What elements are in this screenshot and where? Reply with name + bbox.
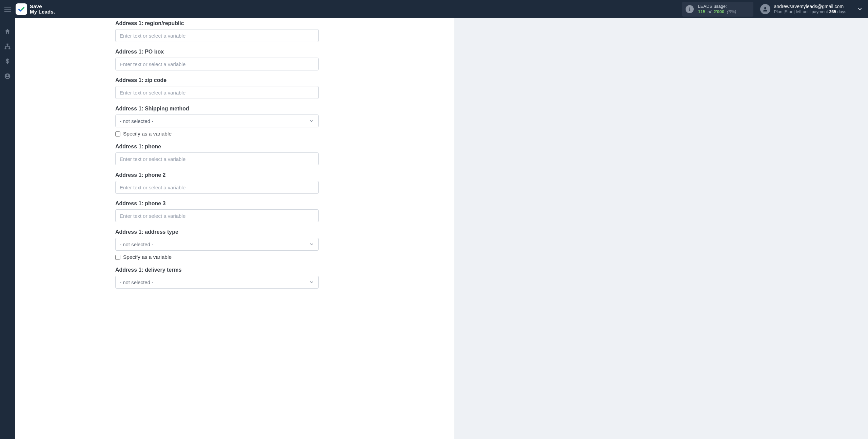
- specify-variable-label: Specify as a variable: [123, 131, 172, 137]
- select-addrtype[interactable]: - not selected -: [115, 238, 319, 251]
- field-phone3: Address 1: phone 3: [15, 201, 454, 222]
- input-phone3-text[interactable]: [120, 210, 314, 222]
- svg-rect-3: [8, 48, 10, 49]
- leads-usage-text: LEADS usage: 115 of 2'000 (6%): [698, 4, 736, 15]
- account-dropdown-toggle[interactable]: [856, 6, 863, 13]
- page-scroll[interactable]: Address 1: region/republic Address 1: PO…: [15, 18, 868, 439]
- menu-toggle-button[interactable]: [3, 4, 13, 14]
- input-phone[interactable]: [115, 152, 319, 165]
- account-plan: Plan |Start| left until payment 365 days: [774, 9, 846, 15]
- brand-line2: My Leads.: [30, 9, 55, 15]
- input-zip-text[interactable]: [120, 86, 314, 99]
- label-phone2: Address 1: phone 2: [115, 172, 354, 178]
- label-delivery: Address 1: delivery terms: [115, 267, 354, 273]
- account-email: andrewsavemyleads@gmail.com: [774, 4, 846, 9]
- address-form: Address 1: region/republic Address 1: PO…: [15, 18, 454, 289]
- field-pobox: Address 1: PO box: [15, 49, 454, 70]
- label-region: Address 1: region/republic: [115, 20, 354, 26]
- nav-connections[interactable]: [4, 43, 11, 50]
- field-addrtype: Address 1: address type - not selected -…: [15, 229, 454, 260]
- leads-of: of: [708, 9, 711, 14]
- app-logo: [16, 3, 27, 15]
- plan-days-suffix: days: [836, 9, 846, 14]
- label-zip: Address 1: zip code: [115, 77, 354, 83]
- svg-rect-2: [5, 48, 6, 49]
- input-region-text[interactable]: [120, 29, 314, 42]
- field-delivery: Address 1: delivery terms - not selected…: [15, 267, 454, 289]
- leads-total-count: 2'000: [713, 9, 724, 14]
- account-text: andrewsavemyleads@gmail.com Plan |Start|…: [774, 4, 846, 15]
- label-addrtype: Address 1: address type: [115, 229, 354, 235]
- svg-rect-1: [7, 44, 8, 45]
- specify-variable-addrtype[interactable]: Specify as a variable: [115, 254, 354, 260]
- leads-used-count: 115: [698, 9, 705, 14]
- select-shipping-value: - not selected -: [120, 118, 153, 124]
- input-phone2[interactable]: [115, 181, 319, 194]
- label-shipping: Address 1: Shipping method: [115, 106, 354, 112]
- field-zip: Address 1: zip code: [15, 77, 454, 99]
- svg-point-5: [6, 75, 8, 76]
- leads-usage-title: LEADS usage:: [698, 4, 736, 9]
- checkmark-icon: [18, 5, 25, 13]
- nav-home[interactable]: [4, 28, 11, 35]
- label-pobox: Address 1: PO box: [115, 49, 354, 55]
- input-pobox[interactable]: [115, 58, 319, 70]
- specify-variable-addrtype-checkbox[interactable]: [115, 255, 120, 260]
- input-phone2-text[interactable]: [120, 181, 314, 193]
- label-phone3: Address 1: phone 3: [115, 201, 354, 207]
- app-header: Save My Leads. i LEADS usage: 115 of 2'0…: [0, 0, 868, 18]
- nav-billing[interactable]: [4, 58, 11, 65]
- chevron-down-icon: [309, 279, 314, 285]
- plan-prefix: Plan |Start| left until payment: [774, 9, 829, 14]
- select-addrtype-value: - not selected -: [120, 242, 153, 247]
- field-phone2: Address 1: phone 2: [15, 172, 454, 194]
- user-circle-icon: [4, 73, 11, 80]
- field-region: Address 1: region/republic: [15, 20, 454, 42]
- specify-variable-label: Specify as a variable: [123, 254, 172, 260]
- select-delivery-value: - not selected -: [120, 279, 153, 285]
- chevron-down-icon: [309, 242, 314, 247]
- specify-variable-shipping-checkbox[interactable]: [115, 131, 120, 137]
- dollar-icon: [4, 58, 11, 65]
- chevron-down-icon: [857, 6, 863, 12]
- specify-variable-shipping[interactable]: Specify as a variable: [115, 131, 354, 137]
- input-pobox-text[interactable]: [120, 58, 314, 70]
- input-phone-text[interactable]: [120, 153, 314, 165]
- field-shipping: Address 1: Shipping method - not selecte…: [15, 106, 454, 137]
- plan-days: 365: [829, 9, 836, 14]
- home-icon: [4, 28, 11, 35]
- brand-line1: Save: [30, 4, 55, 9]
- label-phone: Address 1: phone: [115, 144, 354, 150]
- account-panel[interactable]: andrewsavemyleads@gmail.com Plan |Start|…: [760, 4, 846, 15]
- leads-usage-pct: (6%): [727, 9, 736, 14]
- avatar: [760, 4, 770, 14]
- info-icon: i: [686, 5, 694, 13]
- input-region[interactable]: [115, 29, 319, 42]
- user-icon: [762, 6, 768, 12]
- chevron-down-icon: [309, 118, 314, 124]
- input-phone3[interactable]: [115, 209, 319, 222]
- brand-name: Save My Leads.: [30, 4, 55, 15]
- leads-usage-pill[interactable]: i LEADS usage: 115 of 2'000 (6%): [682, 2, 753, 17]
- select-shipping[interactable]: - not selected -: [115, 114, 319, 127]
- select-delivery[interactable]: - not selected -: [115, 276, 319, 289]
- field-phone: Address 1: phone: [15, 144, 454, 165]
- nav-account[interactable]: [4, 72, 11, 80]
- svg-point-0: [764, 7, 766, 9]
- input-zip[interactable]: [115, 86, 319, 99]
- sitemap-icon: [4, 43, 11, 50]
- left-sidebar: [0, 18, 15, 439]
- form-card: Address 1: region/republic Address 1: PO…: [15, 18, 454, 439]
